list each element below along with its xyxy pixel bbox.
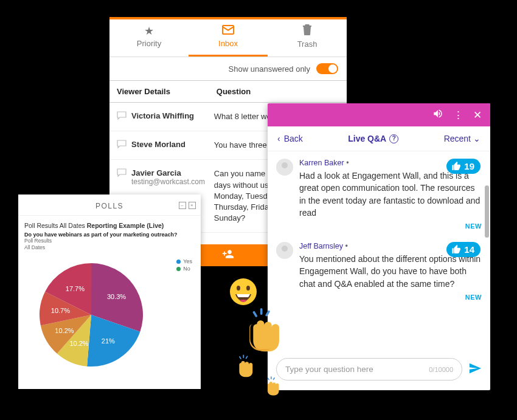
list-item: 19 Karren Baker • Had a look at Engageme… bbox=[276, 159, 482, 230]
unanswered-toggle-row: Show unanswered only bbox=[109, 57, 347, 80]
svg-point-8 bbox=[246, 286, 250, 291]
chat-icon bbox=[117, 111, 127, 122]
qa-panel: ⋮ ✕ ‹ Back Live Q&A ? Recent ⌄ 19 Karren bbox=[268, 103, 490, 390]
viewer-email: testing@workcast.com bbox=[131, 177, 205, 186]
polls-header: POLLS – × bbox=[18, 195, 201, 216]
chevron-left-icon: ‹ bbox=[277, 134, 280, 143]
legend-dot-icon bbox=[176, 267, 181, 271]
close-icon[interactable]: × bbox=[189, 202, 196, 209]
chat-icon bbox=[117, 140, 127, 151]
trash-icon bbox=[268, 24, 347, 38]
svg-text:10.2%: 10.2% bbox=[55, 327, 74, 334]
list-item: 14 Jeff Barnsley • You mentioned about t… bbox=[276, 242, 482, 301]
send-button[interactable] bbox=[468, 362, 482, 377]
polls-panel: POLLS – × Poll Results All Dates Reporti… bbox=[18, 195, 201, 389]
col-viewer-header: Viewer Details bbox=[109, 81, 209, 102]
scrollbar[interactable] bbox=[485, 185, 489, 238]
qa-secondbar: ‹ Back Live Q&A ? Recent ⌄ bbox=[268, 126, 490, 151]
clap-emoji-icon bbox=[242, 306, 290, 354]
legend: Yes No bbox=[176, 258, 192, 273]
grin-emoji-icon bbox=[229, 277, 258, 306]
unanswered-toggle[interactable] bbox=[316, 63, 338, 74]
clap-emoji-icon bbox=[234, 354, 258, 378]
polls-question: Do you have webinars as part of your mar… bbox=[18, 232, 201, 238]
viewer-name: Victoria Whiffing bbox=[131, 111, 194, 120]
tab-priority-label: Priority bbox=[137, 39, 161, 48]
qa-list: 19 Karren Baker • Had a look at Engageme… bbox=[268, 151, 490, 351]
tab-trash-label: Trash bbox=[297, 40, 317, 49]
tab-inbox[interactable]: Inbox bbox=[189, 19, 268, 57]
back-button[interactable]: ‹ Back bbox=[277, 134, 303, 143]
star-icon: ★ bbox=[109, 24, 189, 38]
svg-text:17.7%: 17.7% bbox=[66, 285, 85, 292]
author: Jeff Barnsley bbox=[299, 242, 343, 250]
like-button[interactable]: 19 bbox=[446, 159, 481, 174]
svg-text:10.7%: 10.7% bbox=[51, 308, 70, 315]
polls-subtitle: Poll Results All Dates Reporting Example… bbox=[18, 216, 201, 232]
help-icon[interactable]: ? bbox=[389, 134, 398, 143]
legend-dot-icon bbox=[176, 260, 181, 264]
minimize-icon[interactable]: – bbox=[179, 202, 186, 209]
mail-icon bbox=[189, 24, 268, 38]
volume-icon[interactable] bbox=[432, 108, 443, 122]
qa-title: Live Q&A ? bbox=[348, 134, 398, 143]
inbox-column-headers: Viewer Details Question bbox=[109, 80, 347, 103]
viewer-name: Steve Morland bbox=[131, 140, 186, 149]
question-text: You mentioned about the different option… bbox=[299, 253, 482, 290]
legend-item: No bbox=[176, 266, 192, 272]
chevron-down-icon: ⌄ bbox=[473, 134, 481, 143]
svg-point-7 bbox=[237, 286, 240, 291]
tab-trash[interactable]: Trash bbox=[268, 19, 347, 57]
pie-chart: 30.3%21%10.2%10.2%10.7%17.7% Yes No bbox=[18, 255, 201, 379]
toggle-label: Show unanswered only bbox=[229, 64, 310, 74]
question-text: Had a look at Engagement Wall, and this … bbox=[299, 170, 482, 219]
col-question-header: Question bbox=[209, 81, 347, 102]
qa-input-row: Type your question here 0/10000 bbox=[268, 351, 490, 390]
tab-priority[interactable]: ★ Priority bbox=[109, 19, 189, 57]
close-icon[interactable]: ✕ bbox=[473, 109, 482, 122]
svg-text:30.3%: 30.3% bbox=[107, 294, 126, 301]
clap-emoji-icon bbox=[263, 376, 283, 396]
author: Karren Baker bbox=[299, 159, 344, 167]
new-badge: NEW bbox=[299, 222, 482, 230]
svg-text:21%: 21% bbox=[102, 337, 115, 345]
polls-meta: Poll Results All Dates bbox=[18, 238, 201, 255]
tab-inbox-label: Inbox bbox=[218, 39, 238, 48]
more-icon[interactable]: ⋮ bbox=[453, 109, 463, 122]
svg-text:10.2%: 10.2% bbox=[69, 340, 88, 347]
sort-dropdown[interactable]: Recent ⌄ bbox=[444, 134, 481, 143]
qa-topbar: ⋮ ✕ bbox=[268, 103, 490, 126]
viewer-name: Javier Garcia bbox=[131, 168, 205, 177]
question-input[interactable]: Type your question here 0/10000 bbox=[276, 358, 462, 380]
new-badge: NEW bbox=[299, 294, 482, 301]
avatar bbox=[276, 159, 293, 176]
char-counter: 0/10000 bbox=[429, 366, 453, 373]
inbox-tabs: ★ Priority Inbox Trash bbox=[109, 19, 347, 57]
legend-item: Yes bbox=[176, 258, 192, 264]
polls-title: POLLS bbox=[95, 202, 123, 210]
avatar bbox=[276, 242, 293, 259]
like-button[interactable]: 14 bbox=[446, 242, 481, 257]
person-add-icon bbox=[222, 248, 234, 263]
